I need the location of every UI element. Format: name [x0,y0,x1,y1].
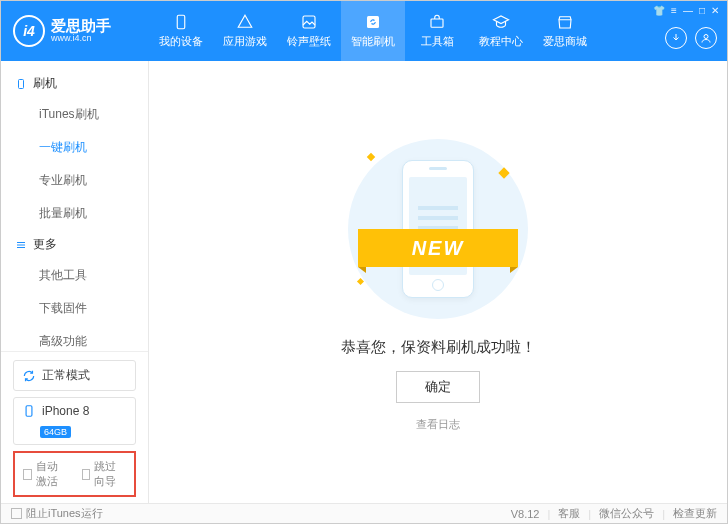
device-info[interactable]: iPhone 8 64GB [13,397,136,445]
image-icon [300,13,318,31]
svg-rect-3 [431,19,443,27]
main-content: NEW 恭喜您，保资料刷机成功啦！ 确定 查看日志 [149,61,727,505]
app-subtitle: www.i4.cn [51,34,111,44]
checkbox-label: 跳过向导 [94,459,126,489]
sidebar-item-advanced[interactable]: 高级功能 [1,325,148,351]
toolbox-icon [428,13,446,31]
support-link[interactable]: 客服 [558,506,580,521]
nav-label: 爱思商城 [543,34,587,49]
status-bar: 阻止iTunes运行 V8.12 | 客服 | 微信公众号 | 检查更新 [1,503,727,523]
auto-activate-checkbox[interactable]: 自动激活 [23,459,68,489]
app-header: i4 爱思助手 www.i4.cn 我的设备 应用游戏 铃声壁纸 智能刷机 工具… [1,1,727,61]
status-label: 正常模式 [42,367,90,384]
top-nav: 我的设备 应用游戏 铃声壁纸 智能刷机 工具箱 教程中心 爱思商城 [149,1,727,61]
user-icons [665,27,717,49]
shirt-icon[interactable]: 👕 [653,5,665,16]
nav-label: 智能刷机 [351,34,395,49]
menu-icon[interactable]: ≡ [671,5,677,16]
sidebar-item-download-firmware[interactable]: 下载固件 [1,292,148,325]
success-message: 恭喜您，保资料刷机成功啦！ [341,338,536,357]
sidebar-item-pro-flash[interactable]: 专业刷机 [1,164,148,197]
new-ribbon: NEW [358,229,518,273]
nav-label: 铃声壁纸 [287,34,331,49]
sidebar-item-oneclick-flash[interactable]: 一键刷机 [1,131,148,164]
device-mode-status[interactable]: 正常模式 [13,360,136,391]
sidebar-item-batch-flash[interactable]: 批量刷机 [1,197,148,230]
window-controls: 👕 ≡ — □ ✕ [653,5,719,16]
graduation-icon [492,13,510,31]
wechat-link[interactable]: 微信公众号 [599,506,654,521]
logo-icon: i4 [13,15,45,47]
sidebar: 刷机 iTunes刷机 一键刷机 专业刷机 批量刷机 更多 其他工具 下载固件 … [1,61,149,505]
nav-label: 我的设备 [159,34,203,49]
svg-rect-5 [19,79,24,88]
sidebar-item-itunes-flash[interactable]: iTunes刷机 [1,98,148,131]
sidebar-item-other-tools[interactable]: 其他工具 [1,259,148,292]
apps-icon [236,13,254,31]
app-title: 爱思助手 [51,18,111,35]
svg-point-4 [704,35,708,39]
nav-my-device[interactable]: 我的设备 [149,1,213,61]
checkbox-label: 阻止iTunes运行 [26,506,103,521]
success-illustration: NEW [338,134,538,324]
svg-rect-0 [177,15,185,29]
view-log-link[interactable]: 查看日志 [416,417,460,432]
nav-store[interactable]: 爱思商城 [533,1,597,61]
sidebar-group-flash[interactable]: 刷机 [1,69,148,98]
device-icon [15,78,27,90]
maximize-icon[interactable]: □ [699,5,705,16]
refresh-icon [364,13,382,31]
group-label: 刷机 [33,75,57,92]
close-icon[interactable]: ✕ [711,5,719,16]
storage-badge: 64GB [40,426,71,438]
nav-label: 应用游戏 [223,34,267,49]
store-icon [556,13,574,31]
highlighted-options: 自动激活 跳过向导 [13,451,136,497]
phone-icon [172,13,190,31]
phone-icon [22,404,36,418]
nav-ringtones[interactable]: 铃声壁纸 [277,1,341,61]
logo-area: i4 爱思助手 www.i4.cn [1,15,149,47]
svg-rect-1 [303,16,315,28]
nav-tutorials[interactable]: 教程中心 [469,1,533,61]
version-label: V8.12 [511,508,540,520]
checkbox-label: 自动激活 [36,459,68,489]
svg-rect-2 [367,16,379,28]
sync-icon [22,369,36,383]
sidebar-group-more[interactable]: 更多 [1,230,148,259]
minimize-icon[interactable]: — [683,5,693,16]
user-icon[interactable] [695,27,717,49]
list-icon [15,239,27,251]
skip-guide-checkbox[interactable]: 跳过向导 [82,459,127,489]
nav-apps[interactable]: 应用游戏 [213,1,277,61]
ok-button[interactable]: 确定 [396,371,480,403]
nav-label: 工具箱 [421,34,454,49]
group-label: 更多 [33,236,57,253]
nav-flash[interactable]: 智能刷机 [341,1,405,61]
block-itunes-checkbox[interactable]: 阻止iTunes运行 [11,506,103,521]
ribbon-text: NEW [358,229,518,267]
nav-toolbox[interactable]: 工具箱 [405,1,469,61]
device-name: iPhone 8 [42,404,89,418]
download-icon[interactable] [665,27,687,49]
nav-label: 教程中心 [479,34,523,49]
svg-rect-6 [26,406,32,417]
check-update-link[interactable]: 检查更新 [673,506,717,521]
